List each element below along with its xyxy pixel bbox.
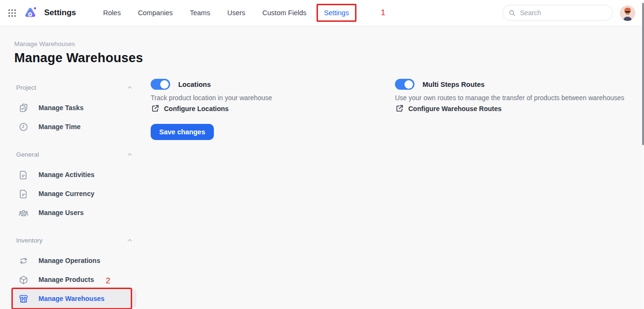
nav-item-users[interactable]: Users (227, 9, 245, 17)
apps-grid-icon[interactable] (7, 8, 17, 18)
section-title: Project (16, 84, 36, 91)
save-changes-button[interactable]: Save changes (151, 124, 214, 140)
cube-icon (19, 275, 29, 285)
chevron-up-icon (126, 150, 134, 158)
nav-item-custom-fields[interactable]: Custom Fields (262, 9, 307, 17)
settings-sidebar: Project Manage Tasks Manag (13, 82, 136, 309)
clock-icon (19, 122, 29, 132)
transfer-arrows-icon (19, 256, 29, 266)
search-icon (509, 9, 516, 17)
locations-toggle[interactable] (151, 79, 170, 90)
sidebar-item-manage-currency[interactable]: Manage Currency (13, 184, 136, 203)
nav-item-settings[interactable]: Settings (317, 4, 356, 21)
app-logo-icon[interactable] (23, 6, 37, 20)
logo-triangle-icon (23, 6, 37, 20)
multi-steps-routes-toggle[interactable] (395, 79, 414, 90)
locations-description: Track product location in your warehouse (151, 94, 388, 102)
sidebar-item-label: Manage Users (38, 209, 84, 216)
sidebar-item-manage-tasks[interactable]: Manage Tasks (13, 98, 136, 117)
locations-setting-panel: Locations Track product location in your… (151, 79, 388, 140)
scrollbar-track (642, 0, 644, 309)
external-link-icon (151, 104, 160, 113)
sidebar-item-label: Manage Currency (38, 190, 94, 197)
main-nav: Roles Companies Teams Users Custom Field… (103, 4, 385, 21)
sidebar-item-manage-operations[interactable]: Manage Operations (13, 251, 136, 270)
annotation-number-2: 2 (106, 276, 110, 286)
sidebar-item-manage-activities[interactable]: Manage Activities (13, 165, 136, 184)
file-text-icon (19, 170, 29, 180)
chevron-up-icon (126, 236, 134, 244)
toggle-knob (404, 80, 413, 89)
configure-warehouse-routes-label: Configure Warehouse Routes (408, 105, 501, 112)
routes-toggle-row: Multi Steps Routes (395, 79, 642, 90)
section-title: Inventory (16, 237, 43, 244)
section-header-project[interactable]: Project (13, 82, 136, 93)
multi-steps-routes-setting-panel: Multi Steps Routes Use your own routes t… (395, 79, 642, 113)
external-link-icon (395, 104, 404, 113)
sidebar-section-general: General Manage Activities Manage Curr (13, 149, 136, 222)
grid-dots-icon (8, 9, 17, 18)
file-text-icon (19, 189, 29, 199)
nav-item-companies[interactable]: Companies (138, 9, 173, 17)
avatar-image (620, 5, 635, 21)
annotation-number-1: 1 (381, 8, 385, 18)
routes-description: Use your own routes to manage the transf… (395, 94, 642, 102)
avatar[interactable] (620, 5, 635, 21)
sidebar-item-label: Manage Tasks (38, 104, 84, 112)
sidebar-item-label: Manage Time (38, 123, 80, 131)
section-header-inventory[interactable]: Inventory (13, 234, 136, 246)
sidebar-item-label: Manage Activities (38, 171, 95, 178)
multi-steps-routes-label: Multi Steps Routes (423, 81, 485, 88)
breadcrumb: Manage Warehouses (14, 40, 75, 47)
scrollbar-thumb[interactable] (642, 3, 644, 145)
chevron-up-icon (126, 84, 134, 91)
section-title: General (16, 151, 39, 158)
nav-settings-wrapper: Settings (317, 4, 356, 21)
search-input[interactable] (520, 9, 606, 17)
sidebar-item-label: Manage Operations (38, 257, 100, 264)
configure-locations-link[interactable]: Configure Locations (151, 104, 229, 113)
clipboard-check-icon (19, 103, 29, 113)
configure-warehouse-routes-link[interactable]: Configure Warehouse Routes (395, 104, 501, 113)
page-title: Manage Warehouses (14, 51, 143, 66)
configure-locations-label: Configure Locations (164, 105, 229, 112)
nav-item-teams[interactable]: Teams (190, 9, 210, 17)
storefront-icon (19, 294, 29, 304)
sidebar-section-inventory: Inventory Manage Operations (13, 234, 136, 308)
nav-item-roles[interactable]: Roles (103, 9, 121, 17)
toggle-knob (160, 80, 169, 89)
users-icon (19, 208, 29, 218)
section-header-general[interactable]: General (13, 149, 136, 160)
sidebar-item-label: Manage Products (38, 276, 94, 283)
sidebar-item-manage-time[interactable]: Manage Time (13, 117, 136, 136)
sidebar-item-manage-warehouses[interactable]: Manage Warehouses 2 (13, 289, 136, 308)
search-box (502, 5, 613, 21)
sidebar-item-manage-products[interactable]: Manage Products (13, 270, 136, 289)
sidebar-section-project: Project Manage Tasks Manag (13, 82, 136, 136)
page-app-title: Settings (44, 8, 76, 18)
sidebar-item-manage-users[interactable]: Manage Users (13, 203, 136, 222)
locations-toggle-row: Locations (151, 79, 388, 90)
locations-label: Locations (178, 81, 211, 88)
top-navbar: Settings Roles Companies Teams Users Cus… (0, 0, 644, 26)
sidebar-item-label: Manage Warehouses (38, 295, 105, 302)
